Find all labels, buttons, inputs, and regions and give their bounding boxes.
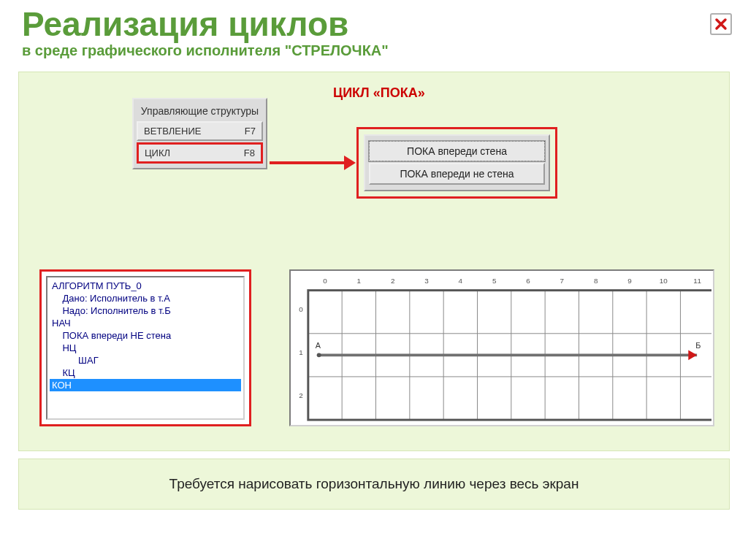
point-a-label: А	[316, 341, 321, 350]
section-title: ЦИКЛ «ПОКА»	[333, 85, 425, 101]
grid-col-label: 3	[424, 277, 429, 285]
code-line[interactable]: НАЧ	[50, 317, 241, 329]
grid-col-label: 4	[459, 277, 463, 285]
cycle-key: F8	[244, 147, 255, 158]
grid-col-label: 6	[526, 277, 530, 285]
grid-row-label: 1	[299, 348, 302, 356]
grid-col-label: 0	[323, 277, 327, 285]
grid-panel: 01234567891011 012 А Б	[289, 269, 714, 426]
grid-canvas[interactable]: 01234567891011 012 А Б	[292, 272, 711, 423]
close-button[interactable]	[710, 13, 732, 35]
branch-key: F7	[245, 126, 256, 137]
while-options-inner: ПОКА впереди стена ПОКА впереди не стена	[364, 134, 550, 191]
point-b-label: Б	[695, 341, 701, 350]
grid-col-label: 5	[492, 277, 497, 285]
bottom-panel: Требуется нарисовать горизонтальную лини…	[18, 459, 730, 510]
grid-col-label: 1	[357, 277, 361, 285]
arrow-line	[270, 161, 346, 164]
code-line[interactable]: КОН	[50, 379, 241, 391]
while-no-wall-ahead-button[interactable]: ПОКА впереди не стена	[369, 163, 545, 185]
main-panel: ЦИКЛ «ПОКА» Управляющие структуры ВЕТВЛЕ…	[18, 72, 730, 451]
grid-row-label: 0	[299, 305, 303, 313]
code-line[interactable]: Дано: Исполнитель в т.А	[50, 292, 241, 304]
control-structures-title: Управляющие структуры	[137, 102, 263, 120]
code-panel: АЛГОРИТМ ПУТЬ_0 Дано: Исполнитель в т.А …	[39, 269, 251, 426]
code-line[interactable]: Надо: Исполнитель в т.Б	[50, 304, 241, 317]
grid-col-label: 2	[391, 277, 394, 285]
code-line[interactable]: ШАГ	[50, 354, 241, 367]
grid-col-label: 11	[693, 277, 701, 285]
cycle-button[interactable]: ЦИКЛ F8	[137, 142, 263, 164]
grid-col-label: 7	[560, 277, 564, 285]
grid-row-label: 2	[299, 392, 302, 400]
header: Реализация циклов в среде графического и…	[0, 0, 748, 63]
code-line[interactable]: КЦ	[50, 367, 241, 379]
point-a-icon	[317, 353, 321, 357]
branch-button[interactable]: ВЕТВЛЕНИЕ F7	[137, 121, 263, 141]
code-line[interactable]: АЛГОРИТМ ПУТЬ_0	[50, 280, 241, 292]
page-title: Реализация циклов	[22, 7, 726, 41]
arrow-end-icon	[688, 350, 697, 360]
close-icon	[714, 18, 728, 31]
while-wall-ahead-button[interactable]: ПОКА впереди стена	[369, 141, 545, 161]
cycle-label: ЦИКЛ	[145, 147, 170, 158]
grid-col-label: 9	[627, 277, 632, 285]
code-line[interactable]: НЦ	[50, 342, 241, 354]
branch-label: ВЕТВЛЕНИЕ	[144, 126, 201, 137]
while-options-panel: ПОКА впереди стена ПОКА впереди не стена	[356, 127, 557, 199]
arrow-head-icon	[344, 156, 356, 170]
code-line[interactable]: ПОКА впереди НЕ стена	[50, 329, 241, 342]
page-subtitle: в среде графического исполнителя "СТРЕЛО…	[22, 42, 726, 59]
grid-col-label: 10	[660, 277, 668, 285]
control-structures-panel: Управляющие структуры ВЕТВЛЕНИЕ F7 ЦИКЛ …	[132, 98, 267, 169]
code-listing[interactable]: АЛГОРИТМ ПУТЬ_0 Дано: Исполнитель в т.А …	[46, 276, 245, 420]
grid-col-label: 8	[594, 277, 598, 285]
task-description: Требуется нарисовать горизонтальную лини…	[169, 476, 579, 492]
